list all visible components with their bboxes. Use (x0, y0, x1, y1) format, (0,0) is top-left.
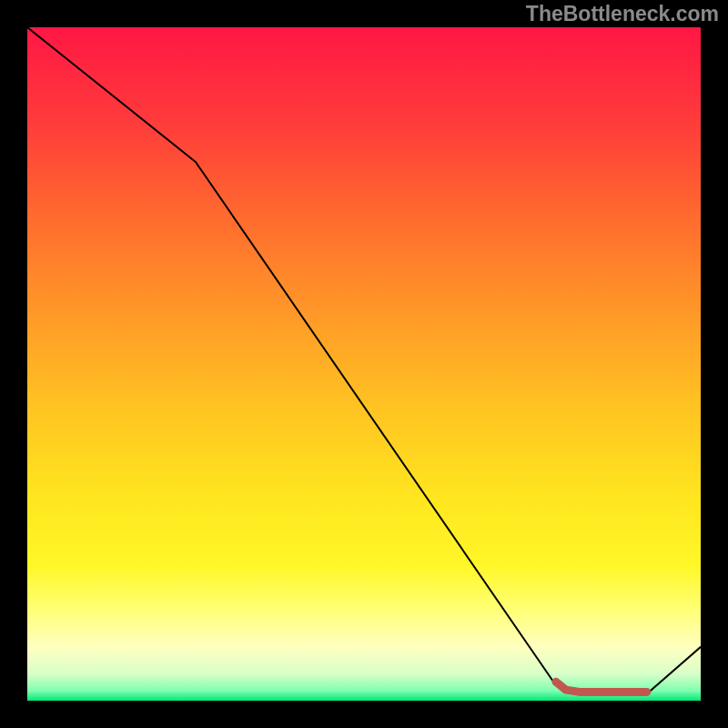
gradient-background (27, 27, 701, 701)
watermark-text: TheBottleneck.com (526, 2, 719, 26)
bottleneck-chart (27, 27, 701, 701)
chart-frame: TheBottleneck.com (0, 0, 728, 728)
plot-area (27, 27, 701, 701)
